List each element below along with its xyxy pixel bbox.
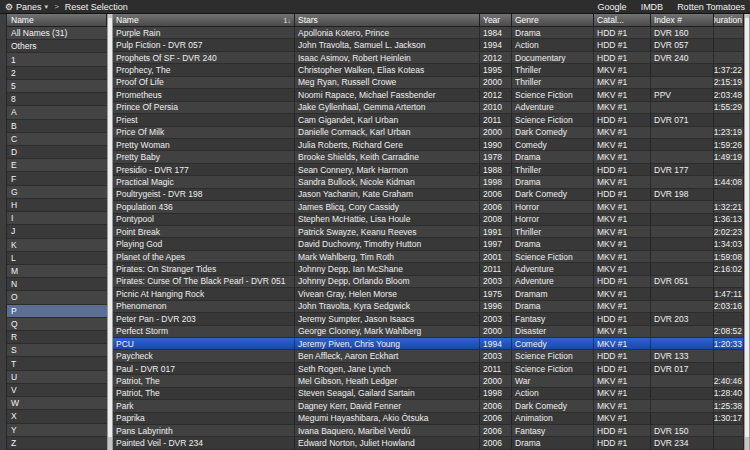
table-scrollbar-thumb[interactable] [745, 18, 749, 437]
sidebar-item[interactable]: J [7, 225, 107, 238]
sidebar-item[interactable]: V [7, 384, 107, 397]
sidebar-item[interactable]: All Names (31) [7, 27, 107, 40]
table-row[interactable]: Pretty WomanJulia Roberts, Richard Gere1… [113, 139, 744, 151]
column-header-label: Genre [515, 15, 539, 25]
sidebar-item[interactable]: K [7, 239, 107, 252]
table-row[interactable]: Paul - DVR 017Seth Rogen, Jane Lynch2011… [113, 363, 744, 375]
table-row[interactable]: Painted Veil - DVR 234Edward Norton, Jul… [113, 437, 744, 449]
cell-index [651, 226, 714, 237]
table-row[interactable]: Price Of MilkDanielle Cormack, Karl Urba… [113, 127, 744, 139]
column-header-genre[interactable]: Genre [512, 14, 594, 27]
sidebar-item[interactable]: R [7, 331, 107, 344]
table-row[interactable]: PCUJeremy Piven, Chris Young1994ComedyMK… [113, 338, 744, 350]
table-row[interactable]: Practical MagicSandra Bullock, Nicole Ki… [113, 176, 744, 188]
sidebar-item[interactable]: Z [7, 437, 107, 450]
sidebar-item[interactable]: L [7, 252, 107, 265]
cell-year: 2006 [480, 201, 512, 212]
table-row[interactable]: ParkDagney Kerr, David Fenner2006Dark Co… [113, 400, 744, 412]
sidebar-item[interactable]: F [7, 172, 107, 185]
table-row[interactable]: Proof Of LifeMeg Ryan, Russell Crowe2000… [113, 77, 744, 89]
table-row[interactable]: Prophecy, TheChristopher Walken, Elias K… [113, 64, 744, 76]
cell-stars: Vivean Gray, Helen Morse [295, 288, 480, 299]
cell-catalog: MKV #1 [594, 400, 651, 411]
sidebar-item[interactable]: Others [7, 40, 107, 53]
table-row[interactable]: Playing GodDavid Duchovny, Timothy Hutto… [113, 238, 744, 250]
sidebar-item[interactable]: 8 [7, 93, 107, 106]
sidebar-item[interactable]: G [7, 186, 107, 199]
sidebar-scrollbar-thumb[interactable] [108, 18, 112, 437]
cell-genre: Drama [512, 238, 594, 249]
table-row[interactable]: Pirates: On Stranger TidesJohnny Depp, I… [113, 263, 744, 275]
table-row[interactable]: PriestCam Gigandet, Karl Urban2011Scienc… [113, 114, 744, 126]
sidebar-item[interactable]: A [7, 106, 107, 119]
sidebar-item[interactable]: 5 [7, 80, 107, 93]
column-header-index[interactable]: Index # [651, 14, 714, 27]
sidebar-item[interactable]: Y [7, 424, 107, 437]
table-row[interactable]: Pans LabyrinthIvana Baquero, Maribel Ver… [113, 425, 744, 437]
table-row[interactable]: Presidio - DVR 177Sean Connery, Mark Har… [113, 164, 744, 176]
panes-button[interactable]: ⚙ Panes ▾ [5, 2, 48, 12]
link-rotten-tomatoes[interactable]: Rotten Tomatoes [677, 2, 745, 12]
sidebar-item[interactable]: M [7, 265, 107, 278]
cell-stars: Jason Yachanin, Kate Graham [295, 189, 480, 200]
table-row[interactable]: PrometheusNoomi Rapace, Michael Fassbend… [113, 89, 744, 101]
table-row[interactable]: Pretty BabyBrooke Shields, Keith Carradi… [113, 151, 744, 163]
table-row[interactable]: PhenomenonJohn Travolta, Kyra Sedgwick19… [113, 301, 744, 313]
cell-duration [714, 27, 744, 38]
cell-name: Prophets Of SF - DVR 240 [113, 52, 295, 63]
cell-stars: David Duchovny, Timothy Hutton [295, 238, 480, 249]
cell-genre: Thriller [512, 77, 594, 88]
cell-catalog: MKV #1 [594, 201, 651, 212]
sidebar-item[interactable]: C [7, 133, 107, 146]
table-row[interactable]: Picnic At Hanging RockVivean Gray, Helen… [113, 288, 744, 300]
cell-catalog: MKV #1 [594, 413, 651, 424]
cell-duration: 1:44:08 [714, 176, 744, 187]
link-imdb[interactable]: IMDB [641, 2, 664, 12]
table-row[interactable]: Prince Of PersiaJake Gyllenhaal, Gemma A… [113, 102, 744, 114]
sidebar-item[interactable]: E [7, 159, 107, 172]
table-row[interactable]: Patriot, TheSteven Seagal, Gailard Sarta… [113, 388, 744, 400]
cell-stars: Sean Connery, Mark Harmon [295, 164, 480, 175]
table-row[interactable]: Pirates: Curse Of The Black Pearl - DVR … [113, 276, 744, 288]
reset-selection-button[interactable]: Reset Selection [65, 2, 128, 12]
table-row[interactable]: Patriot, TheMel Gibson, Heath Ledger2000… [113, 375, 744, 387]
sidebar-item[interactable]: H [7, 199, 107, 212]
sidebar-item[interactable]: S [7, 344, 107, 357]
sidebar-item[interactable]: Q [7, 318, 107, 331]
table-row[interactable]: Population 436James Blicq, Cory Cassidy2… [113, 201, 744, 213]
sidebar-item[interactable]: I [7, 212, 107, 225]
sidebar-item[interactable]: X [7, 410, 107, 423]
table-row[interactable]: PaycheckBen Affleck, Aaron Eckhart2003Sc… [113, 350, 744, 362]
column-header-name[interactable]: Name 1↓ [113, 14, 295, 27]
column-header-year[interactable]: Year [480, 14, 512, 27]
sidebar-item[interactable]: O [7, 291, 107, 304]
sidebar-item[interactable]: 2 [7, 67, 107, 80]
sidebar-item[interactable]: P [7, 305, 107, 318]
sidebar-item[interactable]: B [7, 120, 107, 133]
sidebar-item[interactable]: U [7, 371, 107, 384]
sidebar-item[interactable]: W [7, 397, 107, 410]
column-header-catalog[interactable]: Catal... [594, 14, 651, 27]
table-row[interactable]: Perfect StormGeorge Clooney, Mark Wahlbe… [113, 326, 744, 338]
table-row[interactable]: PaprikaMegumi Hayashibara, Akio Ōtsuka20… [113, 413, 744, 425]
table-row[interactable]: Planet of the ApesMark Wahlberg, Tim Rot… [113, 251, 744, 263]
table-scrollbar[interactable] [744, 14, 750, 450]
sidebar-scrollbar[interactable] [107, 14, 113, 450]
table-row[interactable]: Purple RainApollonia Kotero, Prince1984D… [113, 27, 744, 39]
sidebar-item[interactable]: T [7, 357, 107, 370]
table-row[interactable]: Peter Pan - DVR 203Jeremy Sumpter, Jason… [113, 313, 744, 325]
sidebar-item[interactable]: D [7, 146, 107, 159]
cell-duration: 2:03:16 [714, 301, 744, 312]
sidebar-item[interactable]: 1 [7, 53, 107, 66]
table-row[interactable]: Pulp Fiction - DVR 057John Travolta, Sam… [113, 39, 744, 51]
table-row[interactable]: Poultrygeist - DVR 198Jason Yachanin, Ka… [113, 189, 744, 201]
link-google[interactable]: Google [598, 2, 627, 12]
cell-catalog: HDD #1 [594, 164, 651, 175]
column-header-duration[interactable]: Duration [714, 14, 744, 27]
table-row[interactable]: PontypoolStephen McHattie, Lisa Houle200… [113, 214, 744, 226]
sidebar-header[interactable]: Name [7, 14, 107, 27]
sidebar-item[interactable]: N [7, 278, 107, 291]
column-header-stars[interactable]: Stars [295, 14, 480, 27]
table-row[interactable]: Point BreakPatrick Swayze, Keanu Reeves1… [113, 226, 744, 238]
table-row[interactable]: Prophets Of SF - DVR 240Isaac Asimov, Ro… [113, 52, 744, 64]
